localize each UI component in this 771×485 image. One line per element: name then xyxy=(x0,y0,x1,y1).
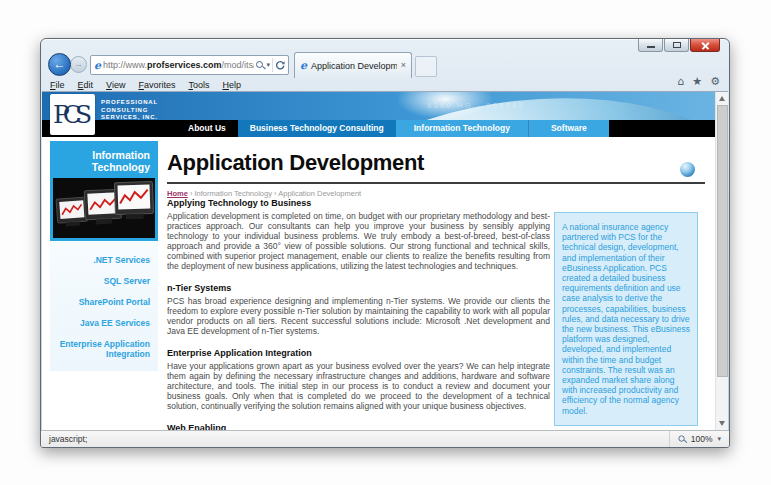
chevron-down-icon[interactable]: ▾ xyxy=(266,61,270,69)
section-heading-web-enabling: Web Enabling xyxy=(167,423,550,430)
forward-button[interactable]: → xyxy=(70,56,87,73)
page-viewport: 8260 HG - 995565 About Us Business Techn… xyxy=(42,91,728,430)
sidebar-title: Information Technology xyxy=(50,141,158,173)
sidebar-links: .NET Services SQL Server SharePoint Port… xyxy=(50,241,158,371)
maximize-icon xyxy=(673,42,681,48)
nav-information-technology[interactable]: Information Technology xyxy=(396,120,528,137)
minimize-button[interactable] xyxy=(638,39,663,52)
page-title: Application Development xyxy=(167,150,424,176)
search-icon[interactable] xyxy=(256,61,264,69)
company-logo[interactable]: PCS Professional Consulting Services, In… xyxy=(50,94,158,135)
refresh-icon[interactable] xyxy=(275,60,285,70)
menu-view[interactable]: View xyxy=(106,80,125,90)
pcs-monogram: PCS xyxy=(53,100,92,129)
back-arrow-icon: ← xyxy=(54,57,66,71)
zoom-magnifier-icon xyxy=(678,435,685,442)
scrollbar-thumb[interactable] xyxy=(717,105,728,377)
star-icon[interactable]: ★ xyxy=(692,76,702,88)
menu-bar: File Edit View Favorites Tools Help xyxy=(41,79,241,91)
testimonial-callout: A national insurance agency partnered wi… xyxy=(554,212,698,426)
address-tab-row: ← → e http://www.profservices.com/mod/it… xyxy=(41,52,729,78)
content-sections: Applying Technology to Business Applicat… xyxy=(167,198,550,430)
scroll-up-icon[interactable] xyxy=(719,96,725,101)
section-body-n-tier-systems: PCS has broad experience designing and i… xyxy=(167,296,550,336)
sidebar-item-enterprise-application-integration[interactable]: Enterprise Application Integration xyxy=(56,339,150,359)
close-button[interactable] xyxy=(690,39,720,52)
section-heading-n-tier-systems: n-Tier Systems xyxy=(167,283,550,293)
tab-title: Application Development f... xyxy=(311,61,397,71)
breadcrumb-home[interactable]: Home xyxy=(167,189,188,198)
desktop-background: ← → e http://www.profservices.com/mod/it… xyxy=(0,0,771,485)
home-icon[interactable]: ⌂ xyxy=(677,76,684,88)
section-heading-applying-technology: Applying Technology to Business xyxy=(167,198,550,208)
banner-watermark: 8260 HG - 995565 xyxy=(427,101,525,110)
breadcrumb: Home › Information Technology › Applicat… xyxy=(167,189,361,198)
maximize-button[interactable] xyxy=(664,39,689,52)
zoom-chevron-icon[interactable]: ▾ xyxy=(717,435,721,443)
menu-favorites[interactable]: Favorites xyxy=(138,80,175,90)
zoom-control[interactable]: 100% ▾ xyxy=(669,431,721,447)
title-rule xyxy=(167,182,705,184)
sidebar-item-sharepoint-portal[interactable]: SharePoint Portal xyxy=(56,297,150,307)
address-bar[interactable]: e http://www.profservices.com/mod/its/ap… xyxy=(90,55,289,75)
breadcrumb-information-technology[interactable]: Information Technology xyxy=(195,189,272,198)
window-controls xyxy=(637,39,720,52)
sidebar-item-sql-server[interactable]: SQL Server xyxy=(56,276,150,286)
sidebar-section-box: Information Technology xyxy=(50,141,158,241)
web-page: 8260 HG - 995565 About Us Business Techn… xyxy=(42,92,715,430)
zoom-level: 100% xyxy=(691,434,713,444)
logo-monogram-box: PCS xyxy=(50,94,95,135)
tab-close-icon[interactable]: × xyxy=(401,61,406,70)
new-tab-button[interactable] xyxy=(415,56,437,77)
menu-tools[interactable]: Tools xyxy=(188,80,209,90)
menu-file[interactable]: File xyxy=(50,80,65,90)
back-button[interactable]: ← xyxy=(48,53,71,76)
gear-icon[interactable]: ⚙ xyxy=(710,76,720,88)
sidebar-item-net-services[interactable]: .NET Services xyxy=(56,255,150,265)
forward-arrow-icon: → xyxy=(74,59,83,69)
breadcrumb-application-development: Application Development xyxy=(278,189,361,198)
scroll-down-icon[interactable] xyxy=(719,421,725,426)
menu-edit[interactable]: Edit xyxy=(78,80,94,90)
section-body-applying-technology: Application development is completed on … xyxy=(167,211,550,271)
tab-favicon: e xyxy=(300,59,307,72)
section-heading-enterprise-application-integration: Enterprise Application Integration xyxy=(167,348,550,358)
logo-text: Professional Consulting Services, Inc. xyxy=(101,94,158,135)
browser-window: ← → e http://www.profservices.com/mod/it… xyxy=(40,38,730,448)
nav-software[interactable]: Software xyxy=(528,120,609,137)
minimize-icon xyxy=(647,46,655,48)
url-text[interactable]: http://www.profservices.com/mod/its/appl… xyxy=(103,60,254,70)
browser-tab[interactable]: e Application Development f... × xyxy=(294,52,412,78)
sidebar-item-java-ee-services[interactable]: Java EE Services xyxy=(56,318,150,328)
nav-business-technology-consulting[interactable]: Business Technology Consulting xyxy=(238,120,396,137)
globe-icon xyxy=(680,162,695,177)
status-bar: javascript; 100% ▾ xyxy=(41,430,729,447)
monitors-image xyxy=(53,178,155,238)
ie-page-icon: e xyxy=(94,59,101,72)
nav-about-us[interactable]: About Us xyxy=(176,120,238,137)
section-body-enterprise-application-integration: Have your applications grown apart as yo… xyxy=(167,361,550,411)
command-icons: ⌂ ★ ⚙ xyxy=(677,76,720,88)
vertical-scrollbar[interactable] xyxy=(715,92,728,430)
divider xyxy=(272,58,273,72)
menu-help[interactable]: Help xyxy=(222,80,241,90)
status-text: javascript; xyxy=(49,434,87,444)
